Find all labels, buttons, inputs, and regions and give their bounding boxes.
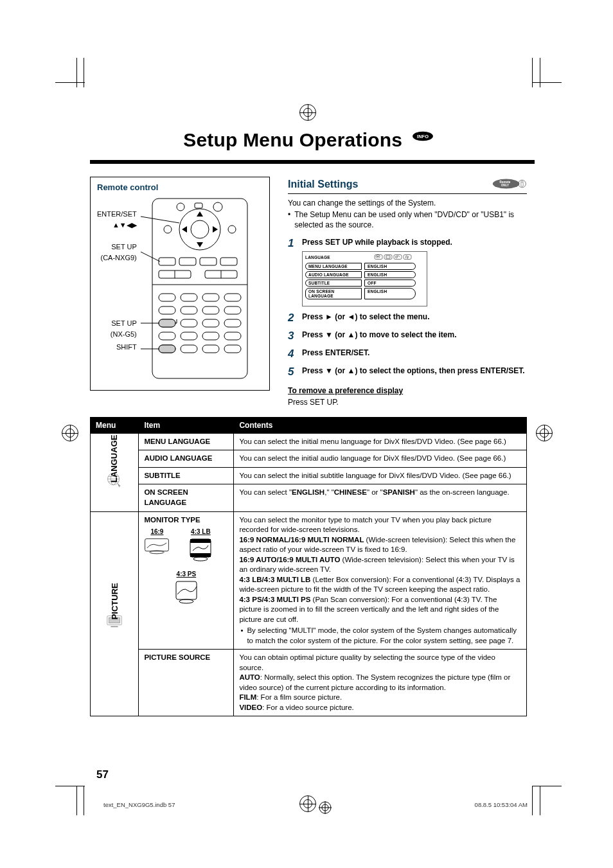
content-picture-source: You can obtain optimal picture quality b… — [234, 650, 527, 716]
osd-tab-icons — [362, 254, 424, 261]
th-contents: Contents — [234, 417, 527, 433]
label-16-9: 16:9 — [144, 527, 170, 536]
menu-language-rotated: LANGUAGE — [109, 435, 120, 483]
print-footer: text_EN_NXG9G5.indb 57 08.8.5 10:53:04 A… — [103, 801, 528, 815]
mt-l4b: 4:3 PS/4:3 MULTI PS — [239, 596, 310, 603]
menu-picture-rotated: PICTURE — [109, 583, 120, 620]
crop-mark — [540, 58, 540, 87]
bullet-dot-icon: • — [240, 626, 243, 646]
th-item: Item — [139, 417, 234, 433]
remove-preference-text: Press SET UP. — [288, 398, 527, 407]
osd-row: SUBTITLEOFF — [305, 279, 424, 287]
crop-mark — [532, 786, 533, 815]
tv-4-3-ps-icon — [173, 580, 199, 606]
osl-sep1: ," " — [324, 488, 334, 496]
svg-rect-49 — [521, 181, 523, 186]
ps-l3: : For a video source picture. — [262, 704, 354, 711]
content-audio-language: You can select the initial audio languag… — [234, 450, 527, 468]
remove-preference-heading: To remove a preference display — [288, 386, 527, 395]
mt-bullet: By selecting "MULTI" mode, the color sys… — [247, 626, 521, 646]
up-arrow-icon: ▲ — [348, 330, 355, 339]
mt-l1b: 16:9 NORMAL/16:9 MULTI NORMAL — [239, 536, 364, 544]
osd-row: ON SCREEN LANGUAGEENGLISH — [305, 288, 424, 299]
step-2-text: Press ► (or ◄) to select the menu. — [302, 312, 430, 322]
item-picture-source: PICTURE SOURCE — [139, 650, 234, 716]
up-arrow-icon: ▲ — [348, 366, 355, 375]
osd-cell-left: ON SCREEN LANGUAGE — [305, 288, 362, 299]
svg-rect-51 — [375, 254, 382, 259]
svg-rect-58 — [404, 254, 411, 259]
menu-picture-label: PICTURE — [91, 511, 139, 716]
remote-control-panel: Remote control ENTER/SET ▲▼◀▶ SET UP (CA… — [90, 177, 270, 391]
label-setup-1: SET UP — [97, 242, 137, 252]
svg-rect-44 — [159, 345, 175, 353]
crop-mark — [76, 58, 77, 87]
step-number-1: 1 — [288, 237, 297, 250]
osd-cell-left: AUDIO LANGUAGE — [305, 271, 362, 278]
osl-opt1: ENGLISH — [292, 488, 324, 496]
ps-l1b: AUTO — [239, 673, 260, 681]
step-4-text: Press ENTER/SET. — [302, 348, 369, 358]
info-icon: INFO — [412, 125, 434, 147]
registration-target-icon — [62, 425, 78, 441]
intro-text: You can change the settings of the Syste… — [288, 198, 527, 208]
item-subtitle: SUBTITLE — [139, 467, 234, 484]
left-arrow-icon: ◄ — [348, 312, 355, 321]
tv-4-3-lb-icon — [188, 538, 213, 563]
osd-row: AUDIO LANGUAGEENGLISH — [305, 271, 424, 278]
label-setup-2-sub: (NX-G5) — [97, 329, 137, 340]
registration-target-icon — [299, 104, 316, 121]
svg-rect-56 — [394, 254, 402, 259]
step-3-text: Press ▼ (or ▲) to move to select the ite… — [302, 330, 457, 340]
osl-post: " as the on-screen language. — [415, 488, 510, 496]
registration-target-icon — [536, 425, 553, 441]
intro-block: You can change the settings of the Syste… — [288, 198, 527, 231]
crop-mark — [532, 82, 562, 83]
svg-rect-54 — [384, 254, 392, 259]
osd-cell-left: MENU LANGUAGE — [305, 263, 362, 270]
th-menu: Menu — [91, 417, 139, 433]
page-title: Setup Menu Operations INFO — [90, 125, 527, 151]
registration-target-icon — [319, 801, 332, 815]
ps-intro: You can obtain optimal picture quality b… — [239, 653, 495, 671]
step-number-2: 2 — [288, 312, 297, 324]
remote-control-heading: Remote control — [97, 182, 263, 192]
label-shift: SHIFT — [97, 342, 137, 353]
step2-pre: Press — [302, 312, 325, 321]
svg-rect-71 — [190, 553, 211, 557]
crop-mark — [532, 786, 562, 786]
down-arrow-icon: ▼ — [325, 330, 333, 339]
crop-mark — [84, 786, 84, 815]
svg-rect-70 — [190, 539, 211, 543]
label-4-3-lb: 4:3 LB — [188, 527, 213, 536]
crop-mark — [540, 786, 540, 815]
label-setup-1-sub: (CA-NXG9) — [97, 252, 137, 263]
step2-post: ) to select the menu. — [355, 312, 429, 321]
osl-pre: You can select " — [239, 488, 292, 496]
svg-point-50 — [522, 182, 522, 182]
step3-post: ) to move to select the item. — [355, 330, 456, 339]
footer-right: 08.8.5 10:53:04 AM — [475, 801, 528, 815]
ps-l1: : Normally, select this option. The Syst… — [239, 673, 510, 691]
step-1-text: Press SET UP while playback is stopped. — [302, 237, 452, 247]
content-on-screen-language: You can select "ENGLISH," "CHINESE" or "… — [234, 484, 527, 511]
osl-opt2: CHINESE — [334, 488, 367, 496]
crop-mark — [55, 786, 85, 786]
content-subtitle: You can select the initial subtitle lang… — [234, 467, 527, 484]
remote-only-icon: Remote ONLY — [492, 177, 527, 192]
label-setup-2: SET UP — [97, 318, 137, 329]
ps-l2: : For a film source picture. — [256, 693, 342, 701]
svg-text:Remote: Remote — [500, 181, 511, 184]
crop-mark — [55, 82, 85, 83]
mt-intro: You can select the monitor type to match… — [239, 516, 492, 534]
step3-pre: Press — [302, 330, 325, 339]
page-number: 57 — [96, 768, 109, 781]
svg-text:INFO: INFO — [417, 134, 429, 139]
settings-table: Menu Item Contents LANGUAGE MENU LANGUAG… — [90, 417, 527, 717]
step5-post: ) to select the options, then press ENTE… — [355, 366, 524, 375]
osd-title: LANGUAGE — [305, 255, 330, 260]
svg-point-74 — [179, 599, 193, 603]
osl-sep2: " or " — [367, 488, 383, 496]
step-number-5: 5 — [288, 366, 297, 378]
menu-language-label: LANGUAGE — [91, 433, 139, 511]
